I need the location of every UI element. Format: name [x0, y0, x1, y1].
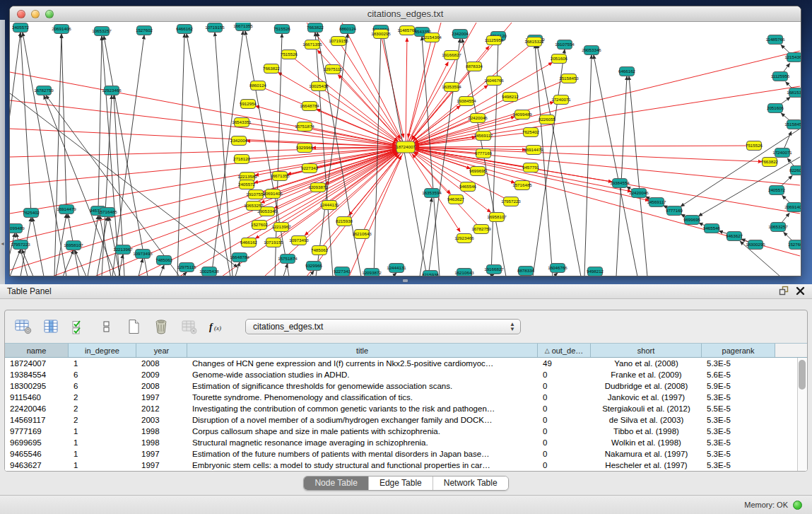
- graph-node[interactable]: 8860124: [249, 81, 267, 90]
- table-row[interactable]: 911546021997Tourette syndrome. Phenomeno…: [5, 392, 797, 403]
- graph-node[interactable]: 20691406: [52, 25, 71, 34]
- graph-node[interactable]: 2051606: [767, 104, 784, 113]
- graph-node[interactable]: 12213967: [271, 223, 291, 232]
- tab-node-table[interactable]: Node Table: [304, 477, 369, 490]
- graph-node[interactable]: 7515526: [273, 25, 291, 34]
- graph-node[interactable]: 6466162: [618, 67, 636, 76]
- graph-node[interactable]: 20691406: [784, 203, 801, 212]
- graph-node[interactable]: 10653257: [244, 201, 264, 211]
- graph-node[interactable]: 6466162: [176, 25, 194, 34]
- graph-node[interactable]: 22420046: [468, 114, 488, 123]
- graph-node[interactable]: 1527602: [251, 221, 269, 230]
- graph-node[interactable]: 9699695: [683, 216, 701, 225]
- graph-node[interactable]: 16782759: [34, 86, 54, 95]
- graph-node[interactable]: 1527602: [136, 26, 153, 35]
- graph-node[interactable]: 9777169: [475, 149, 493, 158]
- column-header-short[interactable]: short: [591, 344, 702, 357]
- graph-node[interactable]: 10719155: [205, 23, 225, 33]
- graph-node[interactable]: 10973493: [133, 250, 153, 259]
- table-row[interactable]: 1872400712008Changes of HCN gene express…: [5, 358, 797, 369]
- graph-node[interactable]: 7663822: [761, 158, 779, 167]
- graph-node[interactable]: 14569117: [647, 198, 666, 207]
- graph-node[interactable]: 12444131: [387, 264, 406, 273]
- create-table-icon[interactable]: [124, 317, 143, 336]
- table-row[interactable]: 1938455462009Genome-wide association stu…: [5, 369, 797, 380]
- graph-node[interactable]: 8860124: [339, 25, 357, 34]
- graph-node[interactable]: 2342004: [230, 136, 248, 146]
- graph-node[interactable]: 19166827: [484, 265, 504, 274]
- graph-node[interactable]: 10025438: [309, 82, 329, 91]
- graph-node[interactable]: 12923466: [102, 86, 122, 95]
- delete-table-icon[interactable]: [151, 317, 171, 336]
- table-scrollbar-thumb[interactable]: [799, 360, 806, 390]
- column-header-pagerank[interactable]: pagerank: [702, 344, 775, 357]
- table-row[interactable]: 1456911722003Disruption of a novel membe…: [5, 414, 797, 426]
- graph-node[interactable]: 16671355: [233, 23, 253, 31]
- graph-node[interactable]: 16648784: [230, 253, 249, 262]
- graph-node[interactable]: 15716485: [512, 181, 532, 190]
- graph-node[interactable]: 2051606: [551, 54, 568, 64]
- column-header-year[interactable]: year: [136, 344, 187, 357]
- column-header-name[interactable]: name: [5, 344, 69, 357]
- table-row[interactable]: 977716911998Corpus callosum shape and si…: [5, 426, 797, 437]
- graph-node[interactable]: 9699695: [469, 167, 487, 176]
- graph-node[interactable]: 9227343: [334, 267, 351, 276]
- graph-node[interactable]: 16958107: [64, 241, 83, 250]
- graph-node[interactable]: 10025438: [199, 267, 219, 276]
- panel-collapse-arrow[interactable]: ◂: [0, 240, 5, 247]
- graph-node[interactable]: 19166827: [442, 51, 461, 60]
- graph-node[interactable]: 2405572: [12, 23, 30, 33]
- graph-node[interactable]: 11125956: [485, 36, 504, 45]
- show-hide-columns-icon[interactable]: [41, 317, 61, 336]
- graph-node[interactable]: 10973493: [289, 236, 309, 245]
- close-panel-icon[interactable]: [796, 286, 805, 296]
- graph-node[interactable]: 14099489: [512, 110, 532, 119]
- table-selector-dropdown[interactable]: citations_edges.txt▲▼: [245, 319, 521, 334]
- graph-node[interactable]: 10653257: [92, 27, 112, 36]
- graph-node[interactable]: 16914479: [524, 146, 543, 155]
- graph-node[interactable]: 8226055: [789, 166, 801, 175]
- graph-node[interactable]: 6466162: [240, 238, 258, 247]
- graph-node[interactable]: 16671355: [270, 172, 290, 181]
- graph-node[interactable]: 7515526: [746, 141, 763, 151]
- graph-node[interactable]: 7625402: [23, 209, 40, 218]
- graph-node[interactable]: 9463627: [726, 232, 743, 241]
- graph-node[interactable]: 16914479: [57, 205, 76, 214]
- table-column-settings-icon[interactable]: [13, 317, 33, 336]
- table-row[interactable]: 946554611997Estimation of the future num…: [5, 448, 797, 460]
- graph-node[interactable]: 17240071: [551, 95, 571, 105]
- function-builder-icon[interactable]: f(x): [206, 317, 226, 336]
- table-scrollbar[interactable]: [797, 358, 807, 472]
- graph-node[interactable]: 7485063: [311, 246, 329, 255]
- graph-node[interactable]: 16353594: [422, 189, 442, 198]
- network-canvas[interactable]: 2405572206914061065325715276026466162107…: [10, 23, 801, 276]
- graph-node[interactable]: 15716485: [98, 208, 117, 217]
- graph-node[interactable]: 19107554: [555, 40, 575, 49]
- graph-node[interactable]: 15158453: [784, 120, 801, 129]
- tab-edge-table[interactable]: Edge Table: [369, 477, 433, 490]
- graph-node[interactable]: 29053346: [582, 46, 601, 55]
- graph-node[interactable]: 7625402: [522, 128, 540, 137]
- graph-node[interactable]: 15751874: [278, 255, 298, 264]
- table-row[interactable]: 946362711997Embryonic stem cells: a mode…: [5, 460, 797, 471]
- graph-node[interactable]: 5912954: [240, 100, 257, 109]
- graph-node[interactable]: 18300295: [371, 30, 391, 39]
- network-graph-svg[interactable]: 2405572206914061065325715276026466162107…: [10, 23, 801, 276]
- graph-node[interactable]: 19384554: [457, 97, 476, 106]
- panel-splitter[interactable]: [0, 276, 812, 284]
- column-header-in_degree[interactable]: in_degree: [69, 344, 136, 357]
- graph-node[interactable]: 12093872: [308, 183, 328, 192]
- graph-node[interactable]: 16046766: [484, 76, 504, 86]
- float-panel-icon[interactable]: [778, 286, 789, 296]
- graph-node[interactable]: 11485766: [765, 35, 785, 45]
- table-row[interactable]: 969969511998Structural magnetic resonanc…: [5, 437, 797, 448]
- graph-node[interactable]: 14099489: [10, 224, 25, 233]
- row-height-icon[interactable]: [96, 317, 116, 336]
- graph-node[interactable]: 20691406: [263, 189, 283, 199]
- graph-node[interactable]: 12093872: [362, 269, 382, 277]
- graph-node[interactable]: 9777169: [666, 206, 683, 216]
- graph-node[interactable]: 9329966: [305, 262, 323, 271]
- graph-node[interactable]: 8878334: [517, 267, 535, 276]
- graph-node[interactable]: 16353594: [442, 83, 461, 92]
- column-header-title[interactable]: title: [187, 344, 538, 357]
